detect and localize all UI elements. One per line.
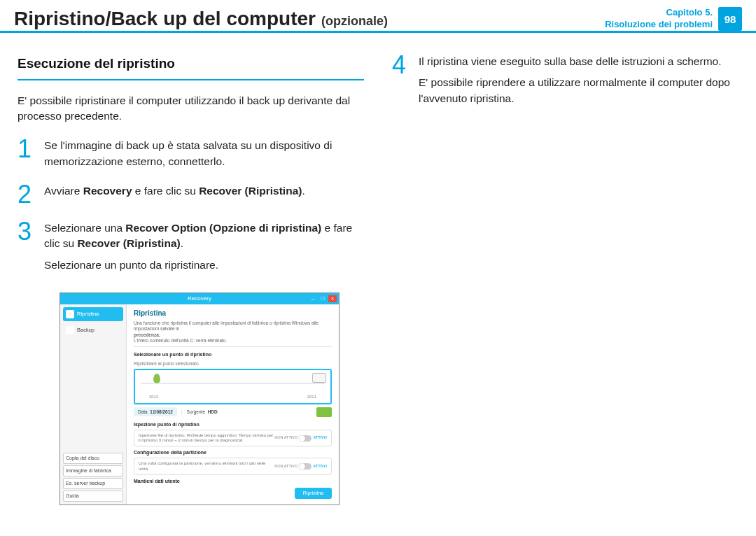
- minimize-icon[interactable]: –: [309, 295, 317, 302]
- toggle-inspection[interactable]: NON ATTIVO ATTIVO: [274, 435, 327, 442]
- left-column: Esecuzione del ripristino E' possibile r…: [18, 54, 364, 505]
- doc-subtitle: (opzionale): [321, 14, 388, 29]
- recovery-titlebar[interactable]: Recovery – □ ×: [60, 293, 339, 304]
- sec-keepdata: Mantieni dati utente: [134, 478, 332, 485]
- step-number: 2: [18, 183, 34, 206]
- sidebar-btn-copy[interactable]: Copia del disco: [63, 453, 123, 464]
- recovery-main-heading: Ripristina: [134, 309, 332, 319]
- meta-confirm-button[interactable]: [316, 407, 332, 417]
- timeline-track[interactable]: [141, 383, 325, 393]
- step-number: 3: [18, 220, 34, 278]
- step-1: 1 Se l'immagine di back up è stata salva…: [18, 138, 364, 169]
- backup-icon: [66, 326, 74, 334]
- toggle-switch-icon[interactable]: [299, 463, 312, 470]
- close-icon[interactable]: ×: [328, 295, 337, 302]
- meta-row: Data 11/08/2012 | Sorgente HDD: [134, 407, 332, 417]
- doc-title: Ripristino/Back up del computer: [14, 8, 316, 30]
- step-1-text: Se l'immagine di back up è stata salvata…: [44, 138, 364, 169]
- maximize-icon[interactable]: □: [318, 295, 327, 302]
- sidebar-btn-server[interactable]: Es. server backup: [63, 478, 123, 489]
- timeline-box[interactable]: 2012 2011: [134, 369, 332, 404]
- step-3-sub: Selezionare un punto da ripristinare.: [44, 258, 364, 273]
- chapter-line2: Risoluzione dei problemi: [605, 19, 713, 31]
- step-4-text: Il ripristina viene eseguito sulla base …: [419, 54, 738, 112]
- recovery-title: Recovery: [188, 295, 211, 303]
- step-4: 4 Il ripristina viene eseguito sulla bas…: [392, 54, 738, 112]
- sec-restore-point: Selezionare un punto di ripristino: [134, 351, 332, 358]
- page-header: Ripristino/Back up del computer (opziona…: [0, 0, 756, 33]
- sidebar-item-restore[interactable]: Ripristina: [63, 307, 123, 321]
- section-heading: Esecuzione del ripristino: [18, 54, 364, 80]
- content: Esecuzione del ripristino E' possibile r…: [0, 33, 756, 526]
- chapter-line1: Capitolo 5.: [605, 7, 713, 19]
- toggle-switch-icon[interactable]: [299, 435, 312, 442]
- chapter-label: Capitolo 5. Risoluzione dei problemi: [605, 7, 713, 31]
- sidebar-item-backup[interactable]: Backup: [63, 323, 123, 337]
- restore-button[interactable]: Ripristina: [295, 488, 332, 499]
- step-3: 3 Selezionare una Recover Option (Opzion…: [18, 220, 364, 278]
- recovery-sidebar: Ripristina Backup Copia del disco Immagi…: [60, 304, 127, 505]
- page-number-badge: 98: [718, 7, 742, 31]
- sidebar-btn-factory[interactable]: Immagine di fabbrica: [63, 465, 123, 477]
- toggle-partition[interactable]: NON ATTIVO ATTIVO: [274, 463, 327, 470]
- step-2-text: Avviare Recovery e fare clic su Recover …: [44, 183, 364, 206]
- option-partition: Una volta configurata la partizione, ver…: [134, 458, 332, 474]
- recovery-window: Recovery – □ × Ripristina Backup: [59, 292, 340, 505]
- sec-partition: Configurazione della partizione: [134, 449, 332, 456]
- right-column: 4 Il ripristina viene eseguito sulla bas…: [392, 54, 738, 505]
- step-number: 1: [18, 138, 34, 169]
- step-3-text: Selezionare una Recover Option (Opzione …: [44, 220, 364, 278]
- restore-icon: [66, 310, 74, 318]
- intro-text: E' possibile ripristinare il computer ut…: [18, 93, 364, 125]
- timeline-pin-icon[interactable]: [153, 374, 160, 383]
- sec-inspection: Ispezione punto di ripristino: [134, 421, 332, 428]
- step-number: 4: [392, 54, 409, 112]
- option-inspection: Ispezione file di ripristino. Richiede t…: [134, 430, 332, 446]
- recovery-main: Ripristina Una funzione che ripristina i…: [127, 304, 339, 505]
- step-2: 2 Avviare Recovery e fare clic su Recove…: [18, 183, 364, 206]
- recovery-desc: Una funzione che ripristina il computer …: [134, 320, 332, 348]
- sidebar-btn-help[interactable]: Guida: [63, 491, 123, 502]
- timeline-camera-icon[interactable]: [312, 373, 326, 383]
